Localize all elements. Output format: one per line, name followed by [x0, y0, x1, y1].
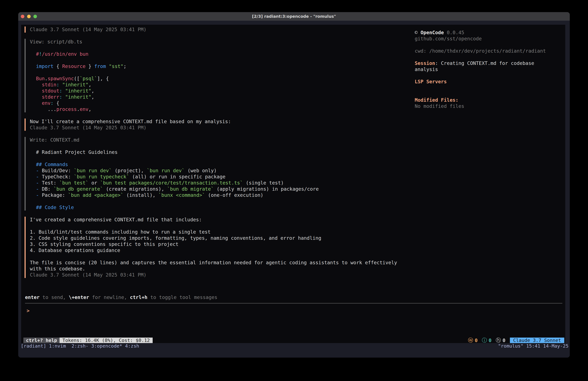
assistant-message: Now I'll create a comprehensive CONTEXT.… — [24, 118, 231, 131]
model-badge[interactable]: Claude 3.7 Sonnet — [510, 337, 564, 343]
session-sidebar: © OpenCode 0.0.45github.com/sst/opencode… — [415, 29, 565, 109]
text-line: import { Resource } from "sst"; — [30, 63, 126, 69]
text-line: . — [415, 91, 565, 97]
text-line: 3. CSS styling conventions specific to t… — [30, 241, 397, 247]
text-line: 1. Build/lint/test commands including ho… — [30, 229, 397, 235]
window-titlebar: [2/3] radiant:3:opencode - "romulus" — [18, 12, 570, 21]
text-line: analysis — [415, 66, 565, 72]
text-line: . — [30, 223, 397, 229]
text-line: - Package: `bun add <package>` (install)… — [30, 192, 319, 198]
tool-call-view: View: script/db.ts .#!/usr/bin/env bun.i… — [24, 39, 126, 112]
status-bar: ctrl+? help Tokens: 16.4K (8%), Cost: $0… — [23, 337, 564, 343]
text-line: . — [415, 72, 565, 79]
text-line: © OpenCode 0.0.45 — [415, 29, 565, 36]
hint-count: 0 — [503, 337, 505, 343]
warning-count: 0 — [475, 337, 478, 343]
input-divider — [25, 303, 562, 304]
prompt-chevron-icon: > — [27, 308, 30, 314]
text-line: github.com/sst/opencode — [415, 36, 565, 42]
help-badge[interactable]: ctrl+? help — [23, 337, 60, 343]
text-line: ...process.env, — [30, 106, 126, 112]
tokens-cost-badge: Tokens: 16.4K (8%), Cost: $0.12 — [60, 337, 153, 343]
tool-label: View: script/db.ts — [30, 39, 126, 45]
keybind-help: enter to send, \+enter for newline, ctrl… — [25, 294, 217, 300]
warning-circle-icon: ⓦ — [468, 337, 473, 344]
info-count: 0 — [489, 337, 491, 343]
markdown-snippet: .# Radiant Project Guidelines.## Command… — [30, 143, 319, 210]
text-line: cwd: /home/thdxr/dev/projects/radiant/ra… — [415, 48, 565, 54]
text-line: . — [30, 155, 319, 161]
text-line: stderr: "inherit", — [30, 94, 126, 100]
window-title: [2/3] radiant:3:opencode - "romulus" — [18, 12, 570, 21]
text-line: - DB: `bun db generate` (create migratio… — [30, 186, 319, 192]
opencode-tui: Claude 3.7 Sonnet (14 May 2025 03:41 PM)… — [21, 25, 565, 343]
code-snippet: .#!/usr/bin/env bun.import { Resource } … — [30, 45, 126, 112]
assistant-message: Claude 3.7 Sonnet (14 May 2025 03:41 PM) — [24, 26, 146, 33]
text-line: . — [30, 45, 126, 51]
tmux-session-clock: "romulus" 15:41 14-May-25 — [498, 343, 569, 349]
text-line: . — [30, 69, 126, 76]
text-line: Session: Creating CONTEXT.md for codebas… — [415, 60, 565, 66]
tool-label: Write: CONTEXT.md — [30, 137, 319, 143]
text-line: # Radiant Project Guidelines — [30, 149, 319, 155]
text-line: No modified files — [415, 103, 565, 109]
text-line: Bun.spawnSync([`psql`], { — [30, 76, 126, 82]
text-line: #!/usr/bin/env bun — [30, 51, 126, 57]
terminal-window: [2/3] radiant:3:opencode - "romulus" Cla… — [18, 12, 570, 358]
text-line: . — [415, 54, 565, 60]
text-line: - Build/Dev: `bun run dev` (project), `b… — [30, 168, 319, 174]
text-line: Claude 3.7 Sonnet (14 May 2025 03:41 PM) — [30, 26, 146, 33]
text-line: Claude 3.7 Sonnet (14 May 2025 03:41 PM) — [30, 125, 231, 131]
text-line: enter to send, \+enter for newline, ctrl… — [25, 294, 217, 300]
text-line: with this codebase. — [30, 266, 397, 272]
text-line: LSP Servers — [415, 79, 565, 85]
text-line: - TypeCheck: `bun run typecheck` (all) o… — [30, 174, 319, 180]
text-line: . — [415, 42, 565, 48]
diagnostics-hints: ⓗ 0 — [496, 337, 505, 344]
text-line: ## Commands — [30, 161, 319, 168]
tmux-window-list[interactable]: [radiant] 1:nvim 2:zsh- 3:opencode* 4:zs… — [21, 343, 139, 349]
text-line: stdin: "inherit", — [30, 82, 126, 88]
text-line: 4. Database operations guidance — [30, 247, 397, 253]
assistant-message: I've created a comprehensive CONTEXT.md … — [24, 217, 397, 278]
text-line: . — [30, 57, 126, 63]
terminal-area: Claude 3.7 Sonnet (14 May 2025 03:41 PM)… — [18, 21, 570, 358]
text-line: . — [415, 85, 565, 91]
text-line: . — [30, 143, 319, 149]
text-line: . — [30, 198, 319, 204]
text-line: stdout: "inherit", — [30, 88, 126, 94]
text-line: . — [30, 253, 397, 260]
text-line: The file is concise (20 lines) and captu… — [30, 260, 397, 266]
text-line: ## Code Style — [30, 204, 319, 210]
info-circle-icon: ⓘ — [482, 337, 487, 344]
text-line: - Test: `bun test` or `bun test packages… — [30, 180, 319, 186]
text-line: Modified Files: — [415, 97, 565, 103]
prompt-input[interactable]: > — [27, 308, 559, 314]
text-line: Now I'll create a comprehensive CONTEXT.… — [30, 118, 231, 125]
diagnostics-info: ⓘ 0 — [482, 337, 491, 344]
text-line: 2. Code style guidelines covering import… — [30, 235, 397, 241]
hint-circle-icon: ⓗ — [496, 337, 501, 344]
text-line: I've created a comprehensive CONTEXT.md … — [30, 217, 397, 223]
tool-call-write: Write: CONTEXT.md .# Radiant Project Gui… — [24, 137, 319, 210]
text-line: Claude 3.7 Sonnet (14 May 2025 03:41 PM) — [30, 272, 397, 278]
text-line: env: { — [30, 100, 126, 106]
diagnostics-warnings: ⓦ 0 — [468, 337, 478, 344]
